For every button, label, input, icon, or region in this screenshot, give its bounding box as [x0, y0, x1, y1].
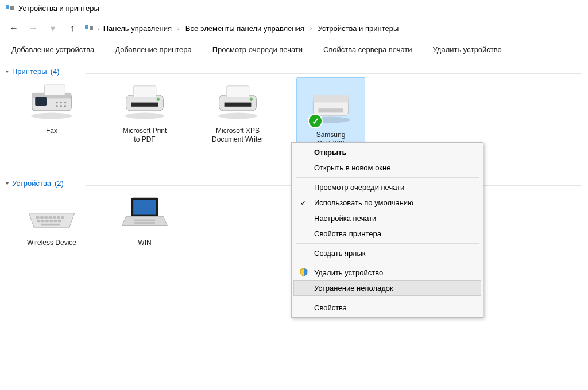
cm-open-new-window[interactable]: Открыть в новом окне	[293, 160, 481, 176]
device-label: Microsoft Printto PDF	[123, 127, 167, 144]
cm-properties[interactable]: Свойства	[293, 300, 481, 315]
svg-point-24	[250, 98, 253, 101]
device-item-wireless[interactable]: Wireless Device	[17, 189, 86, 247]
path-icon	[84, 22, 94, 34]
chevron-down-icon: ▾	[6, 68, 9, 75]
laptop-icon	[117, 189, 172, 235]
printer-icon	[117, 77, 172, 123]
up-button[interactable]: ↑	[64, 20, 80, 36]
svg-rect-47	[134, 220, 155, 221]
cm-troubleshoot[interactable]: Устранение неполадок	[293, 280, 481, 296]
cm-set-default[interactable]: ✓ Использовать по умолчанию	[293, 195, 481, 210]
default-check-badge: ✓	[308, 114, 323, 128]
svg-point-9	[56, 102, 58, 104]
group-title: Принтеры	[12, 67, 47, 76]
svg-rect-1	[10, 6, 14, 10]
device-item-ms-xps[interactable]: Microsoft XPSDocument Writer	[203, 77, 272, 163]
menu-separator	[296, 298, 479, 298]
cm-print-settings[interactable]: Настройка печати	[293, 210, 481, 226]
group-title: Устройства	[12, 179, 51, 188]
devices-printers-icon	[5, 2, 15, 14]
cm-printer-props[interactable]: Свойства принтера	[293, 226, 481, 241]
cm-create-shortcut[interactable]: Создать ярлык	[293, 245, 481, 261]
svg-rect-43	[41, 224, 60, 226]
cm-remove-label: Удалить устройство	[314, 268, 383, 277]
device-item-win[interactable]: WIN	[110, 189, 179, 247]
device-item-fax[interactable]: Fax	[17, 77, 86, 163]
svg-rect-41	[54, 220, 57, 223]
checkmark-icon: ✓	[300, 198, 307, 207]
crumb-mid[interactable]: Все элементы панели управления	[185, 24, 304, 33]
svg-point-20	[218, 113, 257, 119]
chevron-down-icon: ▾	[6, 180, 9, 186]
printer-icon: ✓	[303, 81, 358, 127]
keyboard-icon	[24, 189, 79, 235]
svg-rect-2	[85, 25, 88, 29]
svg-point-4	[31, 113, 72, 119]
titlebar: Устройства и принтеры	[0, 0, 588, 17]
svg-rect-27	[313, 95, 348, 103]
crumb-leaf[interactable]: Устройства и принтеры	[318, 24, 399, 33]
group-count: (4)	[51, 67, 60, 76]
cm-set-default-label: Использовать по умолчанию	[314, 198, 413, 207]
shield-icon	[299, 268, 308, 279]
svg-point-12	[56, 105, 58, 107]
fax-icon	[24, 77, 79, 123]
breadcrumb[interactable]: Панель управления › Все элементы панели …	[103, 24, 399, 33]
svg-rect-37	[37, 220, 40, 223]
svg-rect-40	[49, 220, 52, 223]
recent-dropdown[interactable]: ▾	[45, 20, 61, 36]
svg-point-19	[157, 98, 160, 101]
svg-point-10	[60, 102, 62, 104]
menu-separator	[296, 263, 479, 263]
svg-rect-35	[57, 216, 60, 219]
svg-rect-28	[318, 108, 343, 112]
svg-rect-23	[225, 103, 252, 107]
svg-rect-3	[90, 26, 93, 30]
context-menu: Открыть Открыть в новом окне Просмотр оч…	[291, 142, 483, 318]
svg-point-13	[60, 105, 62, 107]
svg-rect-34	[53, 216, 56, 219]
remove-device-button[interactable]: Удалить устройство	[433, 45, 502, 54]
svg-rect-30	[36, 216, 39, 219]
printer-icon	[210, 77, 265, 123]
device-label: Fax	[46, 127, 57, 135]
svg-rect-42	[58, 220, 61, 223]
command-bar: Добавление устройства Добавление принтер…	[0, 40, 588, 61]
svg-point-15	[125, 113, 164, 119]
svg-rect-48	[134, 222, 155, 224]
device-label: Microsoft XPSDocument Writer	[212, 127, 264, 144]
chevron-right-icon: ›	[98, 25, 100, 32]
svg-rect-33	[49, 216, 52, 219]
group-count: (2)	[55, 179, 64, 188]
chevron-right-icon: ›	[177, 25, 180, 32]
svg-rect-0	[6, 5, 9, 9]
menu-separator	[296, 177, 479, 178]
server-props-button[interactable]: Свойства сервера печати	[323, 45, 412, 54]
svg-rect-36	[61, 216, 64, 219]
svg-rect-45	[133, 200, 156, 214]
window-title: Устройства и принтеры	[18, 4, 99, 13]
svg-rect-22	[226, 86, 249, 98]
svg-rect-32	[44, 216, 47, 219]
cm-remove-device[interactable]: Удалить устройство	[293, 265, 481, 280]
svg-rect-17	[133, 86, 156, 98]
forward-button[interactable]: →	[25, 20, 41, 36]
back-button[interactable]: ←	[6, 20, 22, 36]
add-device-button[interactable]: Добавление устройства	[11, 45, 94, 54]
crumb-root[interactable]: Панель управления	[103, 24, 172, 33]
menu-separator	[296, 243, 479, 244]
svg-rect-7	[44, 85, 65, 95]
cm-open[interactable]: Открыть	[293, 145, 481, 160]
svg-point-14	[64, 105, 67, 107]
cm-view-queue[interactable]: Просмотр очереди печати	[293, 180, 481, 195]
device-label: WIN	[138, 239, 151, 247]
svg-rect-31	[40, 216, 43, 219]
device-item-ms-pdf[interactable]: Microsoft Printto PDF	[110, 77, 179, 163]
add-printer-button[interactable]: Добавление принтера	[115, 45, 191, 54]
svg-rect-38	[41, 220, 44, 223]
svg-rect-39	[45, 220, 48, 223]
device-label: Wireless Device	[27, 239, 76, 247]
svg-point-11	[64, 102, 67, 104]
view-queue-button[interactable]: Просмотр очереди печати	[212, 45, 303, 54]
